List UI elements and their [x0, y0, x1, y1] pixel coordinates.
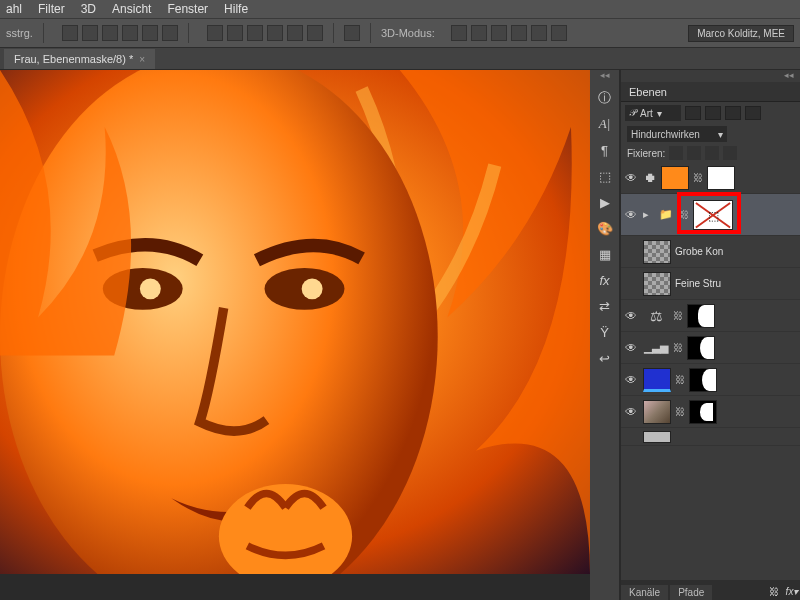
align-icon[interactable] — [102, 25, 118, 41]
navigator-icon[interactable]: ⬚ — [594, 166, 616, 186]
character-icon[interactable]: A| — [594, 114, 616, 134]
layer-row[interactable]: 👁 ⚖ ⛓ — [621, 300, 800, 332]
layer-thumbnail[interactable] — [661, 166, 689, 190]
link-icon[interactable]: ⛓ — [675, 374, 685, 385]
channels-tab[interactable]: Kanäle — [621, 585, 668, 600]
distribute-icon[interactable] — [247, 25, 263, 41]
menu-item[interactable]: Fenster — [167, 2, 208, 16]
layer-row[interactable] — [621, 428, 800, 446]
link-icon[interactable]: ⛓ — [693, 172, 703, 183]
layer-mask-thumb[interactable] — [707, 166, 735, 190]
lock-all-icon[interactable] — [723, 146, 737, 160]
layer-name[interactable]: Grobe Kon — [675, 246, 723, 257]
mode-icon[interactable] — [471, 25, 487, 41]
distribute-icon[interactable] — [207, 25, 223, 41]
menu-item[interactable]: Filter — [38, 2, 65, 16]
layer-filter-dropdown[interactable]: 𝒫 Art ▾ — [625, 105, 681, 121]
layer-effects-icon[interactable]: fx▾ — [784, 586, 800, 600]
link-icon[interactable]: ⛓ — [673, 342, 683, 353]
adjustment-icon: ⚖ — [643, 308, 669, 324]
mode-icon[interactable] — [551, 25, 567, 41]
distribute-icon[interactable] — [227, 25, 243, 41]
layer-filter-row: 𝒫 Art ▾ — [621, 102, 800, 124]
mode-icon[interactable] — [491, 25, 507, 41]
align-icon[interactable] — [82, 25, 98, 41]
menu-item[interactable]: ahl — [6, 2, 22, 16]
main-menu-bar: ahl Filter 3D Ansicht Fenster Hilfe — [0, 0, 800, 18]
mode-icon[interactable] — [531, 25, 547, 41]
layer-mask-thumb[interactable] — [687, 304, 715, 328]
mode-icon[interactable] — [511, 25, 527, 41]
option-icon[interactable] — [344, 25, 360, 41]
layer-mask-thumb[interactable] — [689, 368, 717, 392]
align-icon[interactable] — [62, 25, 78, 41]
swatches-icon[interactable]: 🎨 — [594, 218, 616, 238]
document-canvas[interactable] — [0, 70, 590, 600]
layer-row[interactable]: 👁 ⛓ — [621, 396, 800, 428]
blend-mode-dropdown[interactable]: Hindurchwirken ▾ — [627, 126, 727, 142]
link-icon[interactable]: ⛓ — [673, 310, 683, 321]
lock-position-icon[interactable] — [705, 146, 719, 160]
styles-icon[interactable]: fx — [594, 270, 616, 290]
layer-row[interactable]: 👁 ⛓ — [621, 364, 800, 396]
layer-mask-thumb[interactable] — [689, 400, 717, 424]
adjustments-icon[interactable]: ⇄ — [594, 296, 616, 316]
folder-icon: 📁 — [657, 208, 675, 221]
panel-collapse-handle[interactable]: ◂◂ — [621, 70, 800, 82]
layer-mask-thumb[interactable] — [687, 336, 715, 360]
document-tab[interactable]: Frau, Ebenenmaske/8) * × — [4, 49, 155, 69]
tutorial-highlight — [677, 192, 741, 234]
layers-panel-tab[interactable]: Ebenen — [621, 82, 800, 102]
actions-icon[interactable]: ▶ — [594, 192, 616, 212]
menu-item[interactable]: Hilfe — [224, 2, 248, 16]
collapsed-panel-strip: ◂◂ ⓘ A| ¶ ⬚ ▶ 🎨 ▦ fx ⇄ Ÿ ↩ — [590, 70, 620, 600]
distribute-icon[interactable] — [267, 25, 283, 41]
lock-pixels-icon[interactable] — [687, 146, 701, 160]
layer-thumbnail[interactable] — [643, 272, 671, 296]
lock-row: Fixieren: — [621, 144, 800, 162]
layer-row[interactable]: 👁 🞦 ⛓ — [621, 162, 800, 194]
visibility-icon[interactable]: 👁 — [623, 373, 639, 387]
chevron-down-icon: ▾ — [718, 129, 723, 140]
visibility-icon[interactable]: 👁 — [623, 171, 639, 185]
info-icon[interactable]: ⓘ — [594, 88, 616, 108]
layer-thumbnail[interactable] — [643, 240, 671, 264]
workspace-button[interactable]: Marco Kolditz, MEE — [688, 25, 794, 42]
align-icon[interactable] — [142, 25, 158, 41]
layer-thumbnail[interactable] — [643, 400, 671, 424]
layer-group-row[interactable]: 👁 ▸ 📁 ⛓ ⬚ — [621, 194, 800, 236]
align-icon[interactable] — [162, 25, 178, 41]
colorpanel-icon[interactable]: ▦ — [594, 244, 616, 264]
visibility-icon[interactable]: 👁 — [623, 309, 639, 323]
disclosure-icon[interactable]: ▸ — [643, 208, 653, 221]
visibility-icon[interactable]: 👁 — [623, 405, 639, 419]
layer-row[interactable]: 👁 ▁▃▅ ⛓ — [621, 332, 800, 364]
link-icon[interactable]: ⛓ — [675, 406, 685, 417]
close-icon[interactable]: × — [139, 54, 145, 65]
mode-icon[interactable] — [451, 25, 467, 41]
link-layers-icon[interactable]: ⛓ — [766, 586, 782, 600]
brushes-icon[interactable]: Ÿ — [594, 322, 616, 342]
layer-row[interactable]: Feine Stru — [621, 268, 800, 300]
layer-name[interactable]: Feine Stru — [675, 278, 721, 289]
distribute-icon[interactable] — [307, 25, 323, 41]
menu-item[interactable]: 3D — [81, 2, 96, 16]
work-area: ◂◂ ⓘ A| ¶ ⬚ ▶ 🎨 ▦ fx ⇄ Ÿ ↩ ◂◂ Ebenen 𝒫 A… — [0, 70, 800, 600]
filter-type-icon[interactable] — [725, 106, 741, 120]
layer-row[interactable]: Grobe Kon — [621, 236, 800, 268]
collapse-handle[interactable]: ◂◂ — [590, 70, 619, 82]
history-icon[interactable]: ↩ — [594, 348, 616, 368]
paths-tab[interactable]: Pfade — [670, 585, 712, 600]
lock-transparent-icon[interactable] — [669, 146, 683, 160]
visibility-icon[interactable]: 👁 — [623, 208, 639, 222]
align-icon[interactable] — [122, 25, 138, 41]
filter-pixel-icon[interactable] — [685, 106, 701, 120]
paragraph-icon[interactable]: ¶ — [594, 140, 616, 160]
visibility-icon[interactable]: 👁 — [623, 341, 639, 355]
layer-thumbnail[interactable] — [643, 431, 671, 443]
filter-shape-icon[interactable] — [745, 106, 761, 120]
menu-item[interactable]: Ansicht — [112, 2, 151, 16]
layer-thumbnail[interactable] — [643, 368, 671, 392]
distribute-icon[interactable] — [287, 25, 303, 41]
filter-adjust-icon[interactable] — [705, 106, 721, 120]
